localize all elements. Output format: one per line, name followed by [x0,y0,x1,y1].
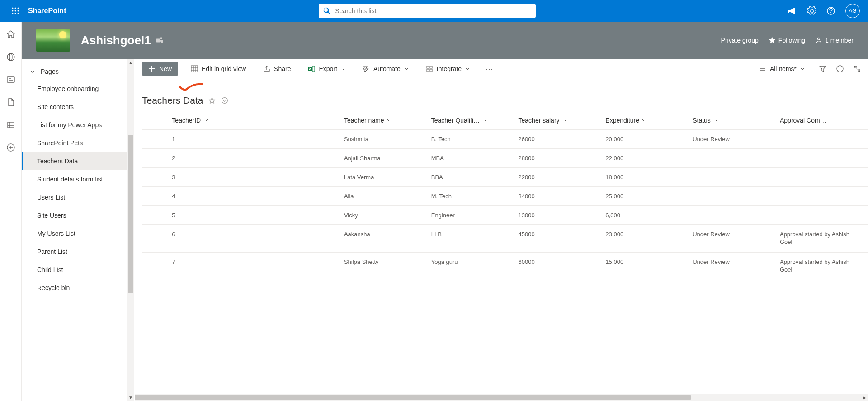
svg-rect-24 [427,69,429,72]
file-icon[interactable] [6,98,15,107]
home-icon[interactable] [6,30,15,39]
scroll-up-arrow[interactable]: ▲ [127,59,134,66]
scroll-down-arrow[interactable]: ▼ [127,394,134,401]
chevron-down-icon [800,67,805,71]
data-table: TeacherIDTeacher nameTeacher Qualifi…Tea… [142,111,868,280]
table-row[interactable]: 2Anjali SharmaMBA2800022,000 [142,149,868,168]
chevron-down-icon [642,118,646,123]
nav-item-employee-onboarding[interactable]: Employee onboarding [22,80,127,98]
svg-rect-19 [191,66,198,72]
column-header[interactable]: Teacher salary [515,111,602,130]
table-row[interactable]: 6AakanshaLLB4500023,000Under ReviewAppro… [142,225,868,253]
table-row[interactable]: 4AliaM. Tech3400025,000 [142,187,868,206]
nav-section-pages[interactable]: Pages [22,63,127,80]
export-button[interactable]: Export [303,62,349,75]
horizontal-scrollbar[interactable]: ◀ ▶ [135,394,868,401]
nav-item-my-users-list[interactable]: My Users List [22,224,127,243]
members-button[interactable]: 1 member [815,37,854,44]
command-bar: New Edit in grid view Share Export [135,59,868,79]
nav-item-child-list[interactable]: Child List [22,261,127,279]
chevron-down-icon [404,67,409,71]
svg-point-5 [18,10,19,12]
chevron-down-icon [562,118,567,123]
table-row[interactable]: 3Lata VermaBBA2200018,000 [142,168,868,187]
edit-grid-button[interactable]: Edit in grid view [186,62,250,75]
column-header[interactable]: Expenditure [602,111,689,130]
nav-item-site-contents[interactable]: Site contents [22,98,127,116]
svg-point-2 [18,8,19,9]
verified-icon[interactable] [221,97,228,104]
nav-item-parent-list[interactable]: Parent List [22,243,127,261]
site-header: Ashishgoel1 Private group Following 1 me… [22,22,868,59]
nav-item-student-details-form-list[interactable]: Student details form list [22,170,127,188]
column-header[interactable]: TeacherID [168,111,340,130]
app-name[interactable]: SharePoint [28,7,66,15]
view-selector[interactable]: All Items* [755,62,809,75]
table-row[interactable]: 1SushmitaB. Tech2600020,000Under Review [142,130,868,149]
svg-rect-16 [156,38,160,42]
svg-point-1 [15,8,16,9]
nav-item-teachers-data[interactable]: Teachers Data [22,152,127,170]
nav-item-list-for-my-power-apps[interactable]: List for my Power Apps [22,116,127,134]
search-box[interactable] [319,4,536,18]
excel-icon [308,65,315,72]
table-row[interactable]: 5VickyEngineer130006,000 [142,206,868,225]
search-icon [323,7,330,14]
left-rail [0,22,22,401]
new-button[interactable]: New [142,62,178,76]
share-icon [263,65,270,72]
share-button[interactable]: Share [259,62,295,75]
news-icon[interactable] [6,75,15,84]
favorite-star-icon[interactable] [208,97,216,104]
nav-item-site-users[interactable]: Site Users [22,206,127,224]
chevron-down-icon [482,118,487,123]
nav-scrollbar[interactable]: ▲ ▼ [127,59,134,401]
app-launcher[interactable] [5,7,26,14]
h-scroll-thumb[interactable] [135,395,691,400]
scroll-right-arrow[interactable]: ▶ [861,394,868,401]
person-icon [815,37,822,44]
svg-rect-22 [427,66,429,68]
automate-button[interactable]: Automate [358,62,413,75]
add-icon[interactable] [6,143,15,152]
flow-icon [363,65,370,72]
list-title: Teachers Data [142,95,203,106]
nav-item-users-list[interactable]: Users List [22,188,127,206]
grid-icon [191,65,198,72]
column-header[interactable]: Status [689,111,776,130]
following-button[interactable]: Following [769,37,805,44]
nav-item-sharepoint-pets[interactable]: SharePoint Pets [22,134,127,152]
svg-point-10 [830,12,831,13]
integrate-button[interactable]: Integrate [421,62,474,75]
expand-icon[interactable] [854,65,861,72]
scroll-thumb[interactable] [128,135,133,293]
filter-icon[interactable] [819,65,826,72]
column-header[interactable]: Approval Com… [776,111,868,130]
user-avatar[interactable]: AG [845,4,860,18]
star-filled-icon [769,37,776,44]
list-icon[interactable] [6,120,15,129]
svg-point-0 [12,8,14,9]
chevron-down-icon [713,118,718,123]
megaphone-icon[interactable] [788,6,797,15]
list-view-icon [759,65,766,72]
svg-point-4 [15,10,16,12]
globe-icon[interactable] [6,53,15,62]
svg-point-8 [18,13,19,14]
more-commands[interactable]: ⋯ [482,64,496,74]
column-header[interactable]: Teacher name [340,111,428,130]
nav-item-recycle-bin[interactable]: Recycle bin [22,279,127,297]
column-header[interactable]: Teacher Qualifi… [428,111,515,130]
gear-icon[interactable] [807,6,816,15]
svg-point-27 [222,98,228,104]
site-logo[interactable] [36,29,70,52]
plus-icon [148,65,156,72]
search-input[interactable] [335,7,531,14]
svg-point-17 [160,37,162,39]
svg-rect-25 [430,69,432,72]
teams-icon[interactable] [156,36,164,44]
help-icon[interactable] [826,6,835,15]
site-title[interactable]: Ashishgoel1 [81,33,151,48]
info-icon[interactable] [836,65,844,72]
table-row[interactable]: 7Shilpa ShettyYoga guru6000015,000Under … [142,252,868,279]
